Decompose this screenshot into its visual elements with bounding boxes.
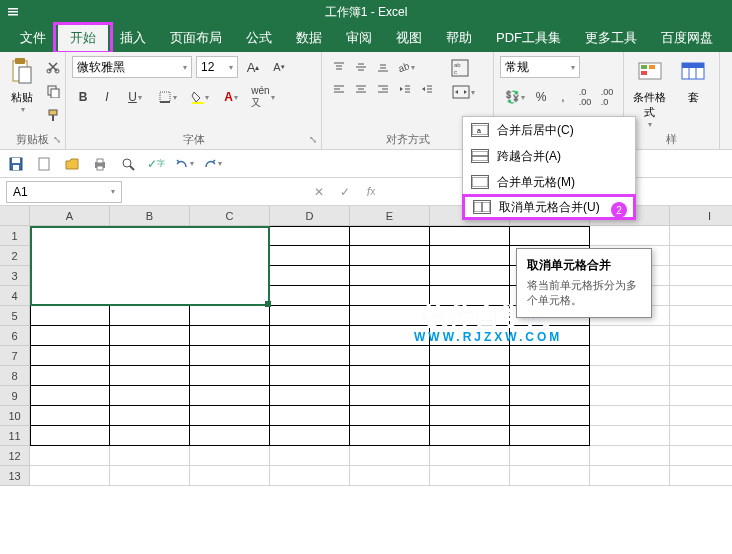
row-header[interactable]: 10 [0, 406, 30, 426]
cell[interactable] [30, 466, 110, 486]
cell[interactable] [30, 386, 110, 406]
cell[interactable] [430, 266, 510, 286]
column-header[interactable]: I [670, 206, 732, 226]
cell[interactable] [510, 326, 590, 346]
cell[interactable] [350, 406, 430, 426]
new-button[interactable] [34, 154, 54, 174]
cell[interactable] [270, 346, 350, 366]
cell[interactable] [590, 366, 670, 386]
decrease-decimal-button[interactable]: .00.0 [596, 86, 618, 108]
cell[interactable] [30, 406, 110, 426]
tab-data[interactable]: 数据 [284, 24, 334, 52]
print-button[interactable] [90, 154, 110, 174]
tab-home[interactable]: 开始 [58, 24, 108, 52]
accounting-format-button[interactable]: 💱▾ [500, 86, 530, 108]
row-header[interactable]: 1 [0, 226, 30, 246]
copy-button[interactable] [42, 80, 64, 102]
column-header[interactable]: D [270, 206, 350, 226]
cell[interactable] [590, 446, 670, 466]
cell[interactable] [350, 226, 430, 246]
dialog-launcher-icon[interactable]: ⤡ [309, 134, 317, 145]
wrap-text-button[interactable]: abc [448, 56, 472, 80]
cell[interactable] [190, 386, 270, 406]
enter-formula-button[interactable]: ✓ [334, 181, 356, 203]
open-button[interactable] [62, 154, 82, 174]
align-left-button[interactable] [328, 78, 350, 100]
phonetic-button[interactable]: wén又▾ [248, 86, 278, 108]
cut-button[interactable] [42, 56, 64, 78]
cell[interactable] [190, 446, 270, 466]
cell[interactable] [30, 366, 110, 386]
cell[interactable] [430, 226, 510, 246]
tab-more-tools[interactable]: 更多工具 [573, 24, 649, 52]
underline-button[interactable]: U▾ [120, 86, 150, 108]
cell[interactable] [350, 326, 430, 346]
app-menu-icon[interactable] [6, 5, 20, 19]
column-header[interactable]: E [350, 206, 430, 226]
font-color-button[interactable]: A▾ [216, 86, 246, 108]
tab-insert[interactable]: 插入 [108, 24, 158, 52]
column-header[interactable]: C [190, 206, 270, 226]
cell[interactable] [270, 426, 350, 446]
row-header[interactable]: 3 [0, 266, 30, 286]
number-format-select[interactable]: 常规 ▾ [500, 56, 580, 78]
cell[interactable] [270, 386, 350, 406]
cell[interactable] [430, 406, 510, 426]
cell[interactable] [190, 346, 270, 366]
cell[interactable] [350, 466, 430, 486]
bold-button[interactable]: B [72, 86, 94, 108]
cell[interactable] [110, 406, 190, 426]
cell[interactable] [590, 346, 670, 366]
decrease-indent-button[interactable] [394, 78, 416, 100]
cell[interactable] [110, 386, 190, 406]
cancel-formula-button[interactable]: ✕ [308, 181, 330, 203]
cell[interactable] [670, 366, 732, 386]
cell[interactable] [510, 446, 590, 466]
cell[interactable] [430, 346, 510, 366]
dialog-launcher-icon[interactable]: ⤡ [53, 134, 61, 145]
row-header[interactable]: 12 [0, 446, 30, 466]
paste-button[interactable]: 粘贴 ▾ [6, 56, 38, 114]
tab-pdf-tools[interactable]: PDF工具集 [484, 24, 573, 52]
cell[interactable] [510, 366, 590, 386]
tab-formulas[interactable]: 公式 [234, 24, 284, 52]
cell[interactable] [110, 346, 190, 366]
cell[interactable] [590, 466, 670, 486]
cell[interactable] [670, 226, 732, 246]
cell[interactable] [190, 426, 270, 446]
cell[interactable] [670, 346, 732, 366]
cell[interactable] [670, 326, 732, 346]
cell[interactable] [270, 406, 350, 426]
cell[interactable] [590, 226, 670, 246]
merge-center-item[interactable]: a 合并后居中(C) [463, 117, 635, 143]
cell[interactable] [670, 386, 732, 406]
merge-cells-item[interactable]: 合并单元格(M) [463, 169, 635, 195]
cell[interactable] [270, 286, 350, 306]
cell[interactable] [110, 366, 190, 386]
row-header[interactable]: 2 [0, 246, 30, 266]
cell[interactable] [270, 446, 350, 466]
cell[interactable] [670, 446, 732, 466]
print-preview-button[interactable] [118, 154, 138, 174]
cell[interactable] [430, 386, 510, 406]
cell[interactable] [590, 326, 670, 346]
align-center-button[interactable] [350, 78, 372, 100]
align-middle-button[interactable] [350, 56, 372, 78]
cell[interactable] [270, 266, 350, 286]
row-header[interactable]: 5 [0, 306, 30, 326]
cell[interactable] [430, 366, 510, 386]
cell[interactable] [430, 466, 510, 486]
cell[interactable] [30, 446, 110, 466]
cell[interactable] [190, 406, 270, 426]
increase-indent-button[interactable] [416, 78, 438, 100]
row-header[interactable]: 13 [0, 466, 30, 486]
cell[interactable] [270, 226, 350, 246]
name-box[interactable]: A1 ▾ [6, 181, 122, 203]
fx-button[interactable]: fx [360, 181, 382, 203]
cell[interactable] [510, 406, 590, 426]
row-header[interactable]: 11 [0, 426, 30, 446]
tab-baidu-netdisk[interactable]: 百度网盘 [649, 24, 725, 52]
tab-file[interactable]: 文件 [8, 24, 58, 52]
cell[interactable] [430, 326, 510, 346]
column-header[interactable]: B [110, 206, 190, 226]
